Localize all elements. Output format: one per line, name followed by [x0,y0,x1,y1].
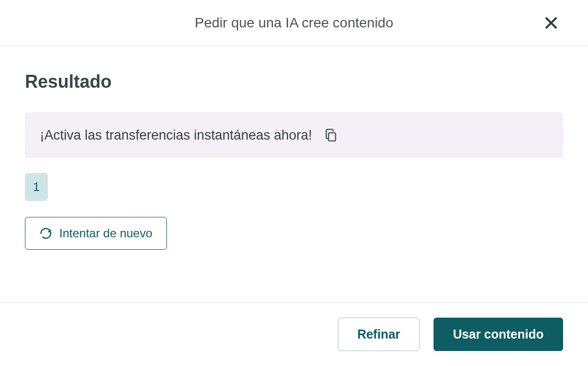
modal-title: Pedir que una IA cree contenido [195,15,394,31]
result-text: ¡Activa las transferencias instantáneas … [40,128,312,143]
refine-button[interactable]: Refinar [338,318,420,351]
copy-icon [324,128,338,142]
use-content-button[interactable]: Usar contenido [434,318,563,351]
pagination: 1 [25,173,563,201]
result-heading: Resultado [25,71,563,92]
retry-label: Intentar de nuevo [59,226,152,240]
modal-footer: Refinar Usar contenido [0,302,588,366]
close-button[interactable] [539,11,563,35]
modal-header: Pedir que una IA cree contenido [0,0,588,46]
copy-button[interactable] [322,126,340,144]
svg-rect-2 [329,133,336,141]
result-box: ¡Activa las transferencias instantáneas … [25,112,563,158]
modal-body: Resultado ¡Activa las transferencias ins… [0,46,588,302]
ai-content-modal: Pedir que una IA cree contenido Resultad… [0,0,588,366]
page-number-1[interactable]: 1 [25,173,48,201]
retry-icon [39,227,52,240]
close-icon [543,15,559,31]
retry-button[interactable]: Intentar de nuevo [25,217,167,250]
